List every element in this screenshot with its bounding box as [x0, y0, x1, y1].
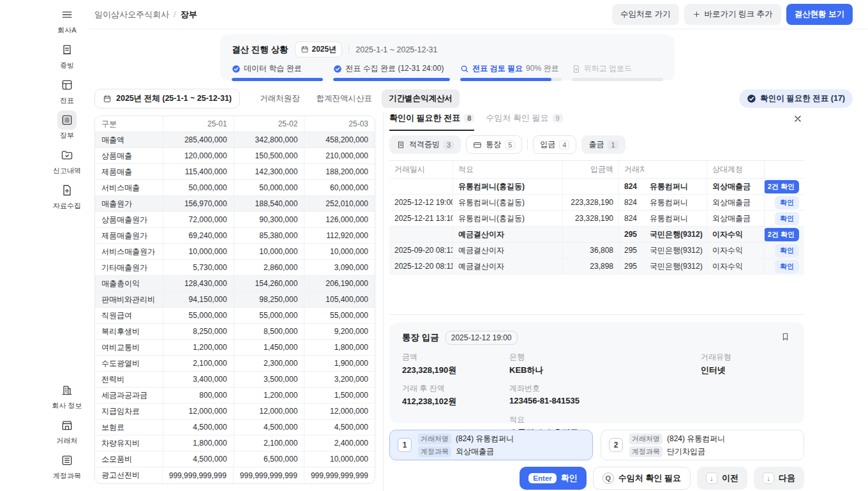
row-label: 지급임차료 — [95, 404, 163, 419]
step-label: 위하고 업로드 — [584, 63, 632, 74]
period-selector[interactable]: 2025년 전체 (25-1-1 ~ 25-12-31) — [94, 89, 240, 109]
sidebar-item-ledger[interactable]: 장부 — [49, 110, 86, 140]
need-confirm-badge[interactable]: 확인이 필요한 전표 (17) — [739, 89, 853, 108]
divider — [527, 139, 528, 151]
sidebar-item-vendors[interactable]: 거래처 — [49, 416, 86, 446]
cell-value: 4,500,000 — [163, 419, 234, 435]
txn-datetime: 2025-12-12 19:00 — [389, 195, 453, 210]
close-icon[interactable] — [791, 112, 804, 127]
hamburger-icon — [57, 5, 77, 24]
cell-value: 10,000,000 — [304, 451, 375, 467]
txn-row[interactable]: 2025-12-12 19:00유통컴퍼니(홍길동)223,328,190824… — [389, 195, 804, 211]
sidebar-item-company-info[interactable]: 회사 정보 — [49, 381, 86, 411]
col-label: 구분 — [95, 116, 163, 132]
confirm-label: 확인 — [561, 472, 578, 484]
sidebar-item-label: 증빙 — [60, 61, 74, 70]
confirm-button[interactable]: 2건 확인 — [765, 180, 799, 193]
tab-vendor-ledger[interactable]: 거래처원장 — [253, 89, 307, 108]
sidebar-item-label: 회사 정보 — [52, 401, 82, 411]
client-confirm-button[interactable]: Q 수임처 확인 필요 — [593, 467, 691, 490]
ledger-row: 광고선전비999,999,999,999999,999,999,999999,9… — [95, 467, 375, 483]
chip-label: 적격증빙 — [409, 139, 440, 150]
field-value: 인터넷 — [701, 365, 791, 376]
chip-deposit[interactable]: 입금 4 — [533, 135, 576, 154]
option-card-2[interactable]: 2 거래처명 (824) 유통컴퍼니 계정과목 단기차입금 — [601, 430, 804, 460]
txn-row[interactable]: 2025-12-21 13:10유통컴퍼니(홍길동)23,328,190824유… — [389, 211, 804, 227]
confirm-button[interactable]: 확인 — [775, 244, 799, 257]
confirm-button[interactable]: Enter 확인 — [520, 467, 586, 490]
sidebar-item-accounts[interactable]: 계정과목 — [49, 451, 86, 481]
cell-value: 150,500,000 — [234, 148, 305, 163]
tab-client-confirm[interactable]: 수임처 확인 필요 9 — [486, 112, 562, 130]
cell-value: 105,400,000 — [304, 292, 375, 307]
tab-need-confirm[interactable]: 확인이 필요한 전표 8 — [389, 112, 474, 131]
sidebar-item-voucher[interactable]: 전표 — [49, 75, 86, 105]
chip-count: 4 — [559, 140, 569, 149]
txn-row[interactable]: 예금결산이자295국민은행(9312)이자수익2건 확인 — [389, 227, 804, 243]
step-voucher-review[interactable]: 전표 검토 필요 90% 완료 — [460, 63, 561, 81]
upload-doc-icon — [572, 64, 581, 73]
chip-withdrawal[interactable]: 출금 1 — [581, 135, 625, 154]
cell-value: 10,000,000 — [163, 244, 234, 259]
sidebar-item-filings[interactable]: 신고내역 — [49, 146, 86, 176]
ledger-row: 매출액285,400,000342,800,000458,200,000 — [95, 132, 375, 148]
cell-value: 285,400,000 — [163, 132, 234, 147]
field-label: 거래 후 잔액 — [402, 383, 509, 394]
ledger-row: 지급임차료12,000,00012,000,00012,000,000 — [95, 404, 375, 419]
option-vendor-value: (824) 유통컴퍼니 — [667, 434, 725, 444]
cell-value: 156,970,000 — [163, 196, 234, 211]
add-shortcut-button[interactable]: 바로가기 링크 추가 — [684, 4, 781, 25]
txn-row[interactable]: 2025-09-20 08:13예금결산이자36,808295국민은행(9312… — [389, 243, 804, 259]
year-selector[interactable]: 2025년 — [295, 42, 343, 57]
option-key: 1 — [398, 438, 412, 452]
txn-description: 예금결산이자 — [453, 243, 563, 258]
topbar-actions: 수임처로 가기 바로가기 링크 추가 결산현황 보기 — [612, 4, 853, 25]
bookmark-icon[interactable] — [779, 331, 791, 345]
option-vendor-value: (824) 유통컴퍼니 — [456, 434, 514, 444]
tab-trial-balance[interactable]: 합계잔액시산표 — [310, 89, 380, 108]
cell-value: 55,000,000 — [234, 308, 305, 323]
chip-evidence[interactable]: 적격증빙 3 — [389, 135, 461, 154]
tab-count: 8 — [464, 114, 474, 123]
step-label: 데이터 학습 완료 — [244, 63, 302, 74]
row-label: 광고선전비 — [95, 467, 163, 483]
chip-label: 통장 — [486, 139, 501, 150]
confirm-button[interactable]: 2건 확인 — [765, 228, 799, 241]
previous-button[interactable]: ↓ 이전 — [697, 467, 747, 490]
cell-value: 85,380,000 — [234, 228, 305, 243]
go-client-button[interactable]: 수임처로 가기 — [612, 4, 678, 25]
ledger-row: 매출총이익128,430,000154,260,000206,190,000 — [95, 276, 375, 292]
cell-value: 115,400,000 — [163, 164, 234, 179]
tab-label: 확인이 필요한 전표 — [389, 112, 460, 124]
txn-row[interactable]: 유통컴퍼니(홍길동)824유통컴퍼니외상매출금2건 확인 — [389, 179, 804, 195]
txn-vendor-name: 유통컴퍼니 — [645, 211, 707, 226]
chip-bankbook[interactable]: 통장 5 — [466, 135, 522, 154]
step-voucher-collection: 전표 수집 완료 (12-31 24:00) — [333, 63, 450, 81]
tab-count: 9 — [553, 114, 563, 123]
confirm-panel: 확인이 필요한 전표 8 수임처 확인 필요 9 적격증빙 3 — [389, 112, 804, 490]
confirm-button[interactable]: 확인 — [775, 260, 799, 273]
col-label — [765, 161, 804, 178]
sidebar-item-data-collect[interactable]: 자료수집 — [49, 181, 86, 211]
cell-value: 188,540,000 — [234, 196, 305, 211]
arrow-down-keycap: ↓ — [706, 472, 717, 484]
confirm-button[interactable]: 확인 — [775, 196, 799, 209]
breadcrumb-company[interactable]: 일이삼사오주식회사 — [94, 9, 169, 20]
sidebar-item-company[interactable]: 회사A — [49, 5, 86, 35]
txn-vendor-name: 유통컴퍼니 — [645, 179, 707, 194]
confirm-button[interactable]: 확인 — [775, 212, 799, 225]
option-vendor-tag: 거래처명 — [629, 434, 662, 444]
cell-value: 120,000,000 — [163, 148, 234, 163]
cell-value: 12,000,000 — [163, 404, 234, 419]
cell-value: 50,000,000 — [234, 180, 305, 195]
row-label: 상품매출 — [95, 148, 163, 163]
next-button[interactable]: ↓ 다음 — [754, 467, 804, 490]
txn-vendor-name: 국민은행(9312) — [645, 227, 707, 242]
txn-row[interactable]: 2025-12-20 08:11예금결산이자23,898295국민은행(9312… — [389, 259, 804, 275]
view-closing-status-button[interactable]: 결산현황 보기 — [786, 4, 853, 25]
sidebar-item-evidence[interactable]: 증빙 — [49, 40, 86, 70]
option-card-1[interactable]: 1 거래처명 (824) 유통컴퍼니 계정과목 외상매출금 — [389, 430, 593, 460]
tab-period-income-statement[interactable]: 기간별손익계산서 — [382, 89, 460, 108]
receipt-icon — [396, 140, 405, 149]
cell-value: 188,200,000 — [304, 164, 375, 179]
